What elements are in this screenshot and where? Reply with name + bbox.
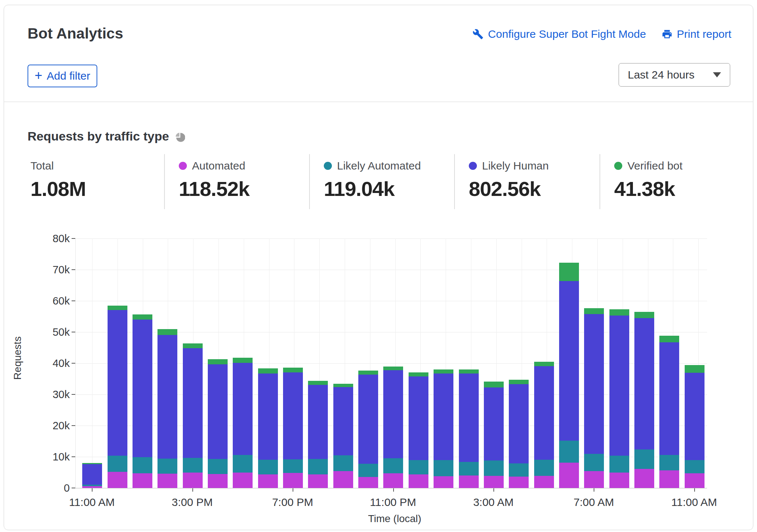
stacked-bar-700am-20[interactable]	[584, 308, 604, 488]
stat-likely-human-value: 802.56k	[469, 177, 600, 201]
pie-chart-icon	[175, 132, 185, 142]
segment-likely-automated	[484, 460, 504, 476]
chevron-down-icon	[713, 72, 721, 77]
segment-likely-automated	[659, 455, 679, 471]
segment-automated	[659, 470, 679, 488]
x-tick-label: 7:00 AM	[557, 496, 630, 509]
stacked-bar-600pm-7[interactable]	[258, 368, 278, 488]
stacked-bar-700pm-8[interactable]	[283, 368, 303, 488]
stat-likely-automated-label: Likely Automated	[337, 160, 421, 172]
segment-likely-automated	[208, 459, 228, 474]
y-axis-title: Requests	[12, 318, 23, 398]
segment-verified-bot	[308, 381, 328, 385]
segment-likely-human	[133, 320, 152, 457]
stacked-bar-500am-18[interactable]	[534, 362, 554, 488]
segment-automated	[434, 476, 453, 488]
segment-likely-automated	[409, 460, 428, 474]
segment-likely-human	[434, 374, 453, 460]
stacked-bar-900am-22[interactable]	[634, 312, 654, 488]
stacked-bar-1100am-0[interactable]	[82, 463, 102, 488]
configure-super-bot-fight-mode-link[interactable]: Configure Super Bot Fight Mode	[472, 28, 646, 40]
segment-likely-automated	[383, 458, 403, 473]
stacked-bar-1100pm-12[interactable]	[383, 367, 403, 488]
y-tick-label: 40k	[37, 357, 70, 369]
stacked-bar-400am-17[interactable]	[509, 380, 529, 488]
segment-automated	[108, 472, 127, 488]
segment-likely-automated	[509, 463, 529, 477]
y-tick-mark	[72, 269, 75, 270]
segment-likely-human	[258, 374, 278, 460]
segment-verified-bot	[183, 343, 203, 349]
wrench-icon	[472, 29, 483, 40]
segment-likely-human	[82, 464, 102, 485]
segment-automated	[133, 473, 152, 488]
segment-likely-human	[409, 376, 428, 460]
stacked-bar-800am-21[interactable]	[609, 309, 629, 488]
time-range-dropdown[interactable]: Last 24 hours	[619, 63, 730, 87]
stacked-bar-200pm-3[interactable]	[157, 329, 177, 488]
stacked-bar-200am-15[interactable]	[459, 369, 479, 488]
segment-likely-human	[484, 387, 504, 460]
add-filter-button[interactable]: + Add filter	[28, 65, 97, 87]
segment-likely-human	[358, 375, 378, 464]
stacked-bar-100am-14[interactable]	[434, 369, 453, 488]
stat-likely-automated: Likely Automated 119.04k	[309, 154, 454, 209]
segment-likely-human	[559, 281, 579, 441]
segment-likely-automated	[459, 462, 479, 475]
segment-verified-bot	[609, 309, 629, 316]
segment-verified-bot	[283, 368, 303, 372]
stacked-bar-1100am-24[interactable]	[685, 365, 705, 488]
stacked-bar-400pm-5[interactable]	[208, 359, 228, 488]
segment-likely-human	[509, 384, 529, 463]
segment-verified-bot	[133, 314, 152, 320]
stats-row: Total 1.08M Automated 118.52k Likely Aut…	[30, 154, 736, 209]
stacked-bar-900pm-10[interactable]	[333, 384, 353, 488]
segment-likely-human	[634, 318, 654, 450]
stacked-bar-1000am-23[interactable]	[659, 336, 679, 488]
stacked-bar-1000pm-11[interactable]	[358, 371, 378, 488]
x-axis-title: Time (local)	[354, 513, 435, 525]
stacked-bar-100pm-2[interactable]	[133, 314, 152, 488]
y-tick-mark	[72, 394, 75, 395]
stat-verified-bot-value: 41.38k	[614, 177, 736, 201]
segment-likely-human	[659, 342, 679, 455]
bar-slot	[180, 238, 205, 488]
x-tick-mark	[293, 488, 293, 492]
bar-slot	[381, 238, 406, 488]
stacked-bar-800pm-9[interactable]	[308, 381, 328, 488]
segment-automated	[509, 477, 529, 488]
segment-automated	[484, 476, 504, 488]
segment-verified-bot	[559, 263, 579, 281]
segment-likely-human	[383, 370, 403, 459]
stacked-bar-1200am-13[interactable]	[409, 372, 428, 488]
segment-automated	[258, 474, 278, 488]
segment-likely-automated	[434, 460, 453, 476]
stat-automated-label: Automated	[192, 160, 245, 172]
stacked-bar-600am-19[interactable]	[559, 263, 579, 488]
y-tick-label: 0	[37, 482, 70, 494]
segment-likely-human	[233, 363, 253, 455]
segment-automated	[584, 471, 604, 488]
segment-likely-human	[534, 366, 554, 460]
bar-slot	[256, 238, 280, 488]
x-tick-label: 11:00 AM	[55, 496, 128, 509]
segment-likely-automated	[133, 457, 152, 473]
segment-automated	[609, 473, 629, 488]
bar-slot	[557, 238, 582, 488]
segment-verified-bot	[434, 369, 453, 374]
print-report-link[interactable]: Print report	[662, 28, 731, 40]
y-tick-mark	[72, 456, 75, 457]
segment-automated	[157, 474, 177, 488]
x-tick-mark	[694, 488, 695, 492]
stacked-bar-1200pm-1[interactable]	[108, 306, 127, 488]
segment-likely-human	[308, 385, 328, 459]
stacked-bar-300am-16[interactable]	[484, 382, 504, 488]
bar-slot	[280, 238, 305, 488]
stacked-bar-500pm-6[interactable]	[233, 358, 253, 488]
bar-slot	[607, 238, 632, 488]
add-filter-label: Add filter	[47, 70, 90, 82]
stacked-bar-300pm-4[interactable]	[183, 343, 203, 488]
printer-icon	[662, 29, 673, 40]
segment-verified-bot	[333, 384, 353, 387]
section-heading: Requests by traffic type	[28, 129, 185, 143]
